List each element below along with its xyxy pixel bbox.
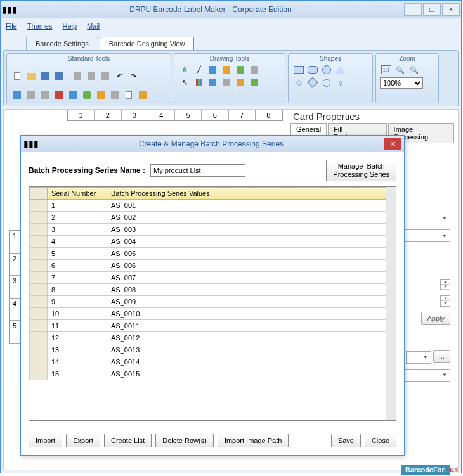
barcode-icon[interactable]: [192, 76, 205, 89]
rect-tool-icon[interactable]: [206, 63, 219, 76]
delete-rows-button[interactable]: Delete Row(s): [155, 434, 214, 447]
grid-icon[interactable]: [67, 89, 79, 101]
diamond-shape-icon[interactable]: [306, 76, 319, 89]
table-row[interactable]: 3AS_003: [30, 224, 396, 236]
table-row[interactable]: 8AS_008: [30, 284, 396, 296]
export-button[interactable]: Export: [66, 434, 100, 447]
import-image-path-button[interactable]: Import Image Path: [218, 434, 289, 447]
paste-icon[interactable]: [99, 70, 112, 82]
cell-value: AS_0015: [107, 368, 396, 380]
grid-scrollbar[interactable]: [386, 187, 396, 420]
menu-themes[interactable]: Themes: [27, 22, 53, 30]
ellipse-shape-icon[interactable]: [320, 63, 333, 76]
copy-icon[interactable]: [85, 70, 98, 82]
redo-icon[interactable]: ↷: [127, 70, 140, 82]
window-title: DRPU Barcode Label Maker - Corporate Edi…: [17, 5, 404, 14]
watermark: BarcodeFor.us: [401, 466, 458, 473]
polygon-shape-icon[interactable]: ⬡: [320, 76, 333, 89]
spinner-1[interactable]: ▲▼: [440, 279, 450, 290]
col-values[interactable]: Batch Processing Series Values: [107, 188, 396, 200]
series-header: Batch Processing Series Name : Manage Ba…: [29, 160, 396, 181]
delete-icon[interactable]: [53, 89, 65, 101]
zoom-select[interactable]: 100%: [380, 77, 423, 89]
table-row[interactable]: 2AS_002: [30, 212, 396, 224]
table-row[interactable]: 10AS_0010: [30, 308, 396, 320]
minimize-button[interactable]: —: [404, 3, 422, 16]
open-icon[interactable]: [25, 70, 37, 82]
table-row[interactable]: 9AS_009: [30, 296, 396, 308]
save-button[interactable]: Save: [331, 434, 361, 447]
table-row[interactable]: 7AS_007: [30, 272, 396, 284]
export-icon[interactable]: [95, 89, 107, 101]
cell-value: AS_0012: [107, 332, 396, 344]
series-name-input[interactable]: [150, 164, 245, 177]
cut-icon[interactable]: [71, 70, 84, 82]
table-row[interactable]: 1AS_001: [30, 200, 396, 212]
table-row[interactable]: 6AS_006: [30, 260, 396, 272]
picture-icon[interactable]: [234, 63, 247, 76]
library-icon[interactable]: [234, 76, 247, 89]
triangle-shape-icon[interactable]: [334, 63, 347, 76]
menu-mail[interactable]: Mail: [87, 22, 100, 30]
database-icon[interactable]: [81, 89, 93, 101]
prop-dropdown-3[interactable]: ▼: [406, 351, 431, 364]
image-tool-icon[interactable]: [220, 63, 233, 76]
signature-icon[interactable]: [220, 76, 233, 89]
cell-serial: 10: [48, 308, 107, 320]
close-button[interactable]: ×: [442, 3, 460, 16]
print-icon[interactable]: [108, 89, 121, 101]
settings-icon[interactable]: [248, 76, 261, 89]
row-header: [30, 248, 48, 260]
align-right-icon[interactable]: [39, 89, 51, 101]
table-row[interactable]: 14AS_0014: [30, 356, 396, 368]
zoom-out-icon[interactable]: 🔍: [408, 63, 421, 76]
apply-button[interactable]: Apply: [421, 312, 450, 325]
table-row[interactable]: 5AS_005: [30, 248, 396, 260]
row-header: [30, 296, 48, 308]
align-center-icon[interactable]: [25, 89, 37, 101]
manage-batch-button[interactable]: Manage Batch Processing Series: [326, 160, 396, 181]
new-icon[interactable]: [11, 70, 23, 82]
watermark-icon[interactable]: [206, 76, 219, 89]
row-header-blank: [30, 188, 48, 200]
col-serial[interactable]: Serial Number: [48, 188, 107, 200]
cell-serial: 11: [48, 320, 107, 332]
table-row[interactable]: 13AS_0013: [30, 344, 396, 356]
select-icon[interactable]: ↖: [178, 76, 191, 89]
table-row[interactable]: 15AS_0015: [30, 368, 396, 380]
card-properties-title: Card Properties: [290, 110, 455, 123]
row-header: [30, 368, 48, 380]
object-icon[interactable]: [248, 63, 261, 76]
table-row[interactable]: 11AS_0011: [30, 320, 396, 332]
undo-icon[interactable]: ↶: [113, 70, 126, 82]
tab-barcode-designing[interactable]: Barcode Designing View: [100, 37, 195, 50]
spinner-2[interactable]: ▲▼: [440, 295, 450, 307]
maximize-button[interactable]: □: [423, 3, 441, 16]
rectangle-shape-icon[interactable]: [292, 63, 305, 76]
menu-help[interactable]: Help: [62, 22, 77, 30]
line-icon[interactable]: ╱: [192, 63, 205, 76]
arrow-shape-icon[interactable]: ⬨: [334, 76, 347, 89]
dialog-close-button[interactable]: ×: [384, 138, 401, 150]
save-as-icon[interactable]: [53, 70, 65, 82]
round-rect-shape-icon[interactable]: [306, 63, 319, 76]
close-dialog-button[interactable]: Close: [365, 434, 396, 447]
email-icon[interactable]: [136, 89, 149, 101]
text-icon[interactable]: A: [178, 63, 191, 76]
preview-icon[interactable]: [122, 89, 135, 101]
tab-barcode-settings[interactable]: Barcode Settings: [26, 37, 98, 50]
star-shape-icon[interactable]: ☆: [292, 76, 305, 89]
cell-serial: 4: [48, 236, 107, 248]
separator-icon: [68, 63, 68, 89]
zoom-fit-icon[interactable]: 1:1: [380, 63, 393, 76]
import-button[interactable]: Import: [29, 434, 62, 447]
align-left-icon[interactable]: [11, 89, 23, 101]
browse-button[interactable]: ...: [433, 350, 450, 363]
save-icon[interactable]: [39, 70, 51, 82]
create-list-button[interactable]: Create List: [104, 434, 152, 447]
table-row[interactable]: 12AS_0012: [30, 332, 396, 344]
menu-file[interactable]: File: [6, 22, 17, 30]
zoom-in-icon[interactable]: 🔍: [394, 63, 407, 76]
titlebar: ▮▮▮ DRPU Barcode Label Maker - Corporate…: [1, 1, 461, 18]
table-row[interactable]: 4AS_004: [30, 236, 396, 248]
